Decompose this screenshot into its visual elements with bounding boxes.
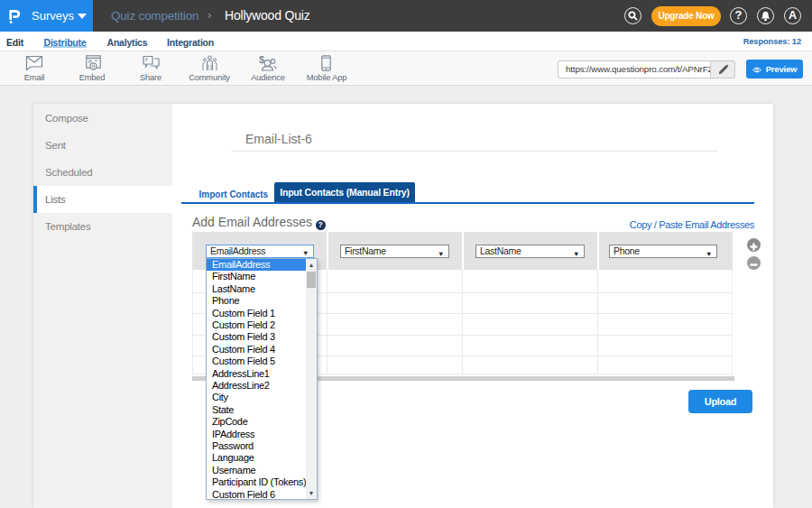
svg-text:$: $ [259, 55, 264, 65]
